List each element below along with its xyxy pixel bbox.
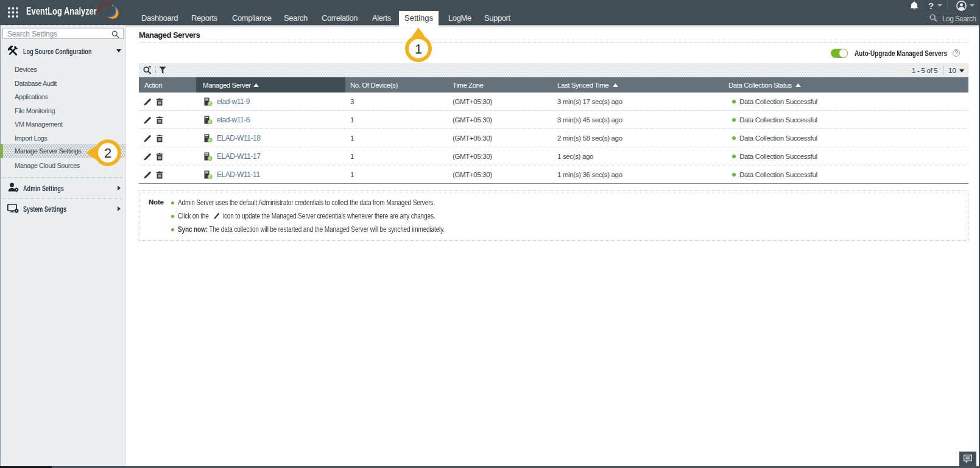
svg-text:2: 2 (104, 145, 111, 161)
svg-text:1: 1 (415, 41, 422, 57)
